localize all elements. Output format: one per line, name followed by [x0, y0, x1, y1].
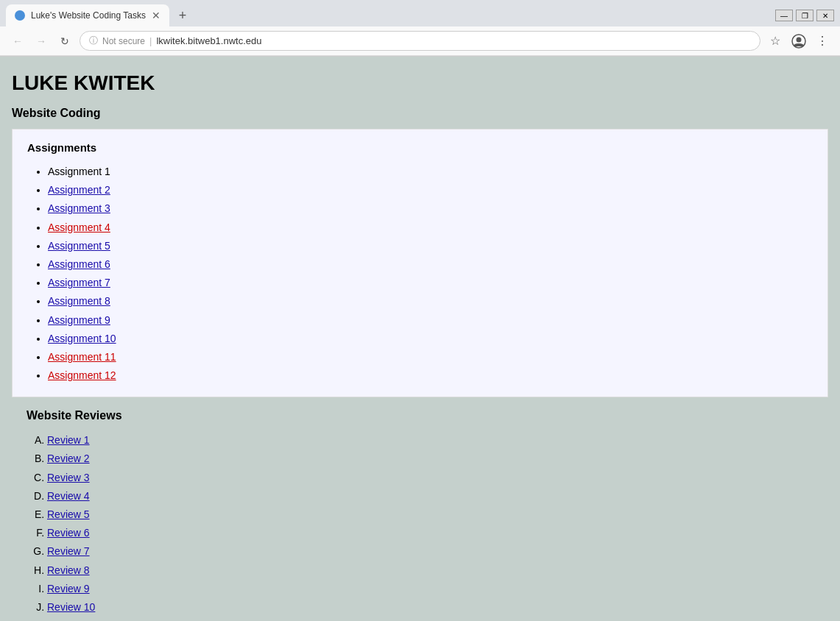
review-10-link[interactable]: Review 10 [47, 601, 95, 613]
assignments-section: Assignments Assignment 1 Assignment 2 As… [12, 129, 828, 397]
back-button[interactable]: ← [9, 32, 27, 50]
review-1-link[interactable]: Review 1 [47, 434, 90, 446]
assignment-6-link[interactable]: Assignment 6 [48, 258, 110, 270]
review-3-link[interactable]: Review 3 [47, 472, 90, 483]
review-9-link[interactable]: Review 9 [47, 583, 90, 595]
review-6-link[interactable]: Review 6 [47, 527, 90, 539]
list-item: Assignment 2 [48, 181, 813, 199]
minimize-button[interactable]: — [775, 10, 793, 21]
assignment-2-link[interactable]: Assignment 2 [48, 184, 110, 196]
assignment-4-link[interactable]: Assignment 4 [48, 221, 110, 233]
reviews-section: Website Reviews Review 1 Review 2 Review… [12, 397, 828, 617]
browser-tab[interactable]: Luke's Website Coding Tasks ✕ [6, 4, 169, 26]
bookmark-button[interactable]: ☆ [766, 32, 784, 50]
tab-favicon [15, 10, 25, 21]
page-subtitle: Website Coding [12, 107, 828, 120]
assignment-10-link[interactable]: Assignment 10 [48, 333, 116, 344]
menu-button[interactable]: ⋮ [813, 32, 831, 50]
forward-button[interactable]: → [32, 32, 50, 50]
browser-chrome: Luke's Website Coding Tasks ✕ + — ❐ ✕ ← … [0, 0, 840, 57]
assignments-list: Assignment 1 Assignment 2 Assignment 3 A… [27, 163, 813, 385]
list-item: Assignment 3 [48, 199, 813, 218]
close-button[interactable]: ✕ [816, 10, 834, 21]
url-bar[interactable]: ⓘ Not secure | lkwitek.bitweb1.nwtc.edu [80, 31, 760, 51]
list-item: Assignment 8 [48, 292, 813, 310]
assignment-5-link[interactable]: Assignment 5 [48, 240, 110, 252]
list-item: Assignment 10 [48, 330, 813, 348]
svg-point-2 [797, 37, 802, 42]
not-secure-label: Not secure [102, 36, 145, 46]
lock-icon: ⓘ [89, 35, 98, 47]
list-item: Review 5 [47, 505, 813, 524]
list-item: Assignment 4 [48, 219, 813, 237]
review-7-link[interactable]: Review 7 [47, 545, 90, 557]
address-bar: ← → ↻ ⓘ Not secure | lkwitek.bitweb1.nwt… [0, 26, 840, 56]
list-item: Review 10 [47, 598, 813, 617]
list-item: Assignment 12 [48, 366, 813, 385]
maximize-button[interactable]: ❐ [796, 10, 813, 21]
list-item: Assignment 6 [48, 255, 813, 274]
assignment-7-link[interactable]: Assignment 7 [48, 277, 110, 288]
assignment-3-link[interactable]: Assignment 3 [48, 202, 110, 214]
list-item: Review 9 [47, 580, 813, 598]
list-item: Assignment 5 [48, 237, 813, 255]
reviews-list: Review 1 Review 2 Review 3 Review 4 Revi… [27, 431, 813, 617]
list-item: Assignment 1 [48, 163, 813, 181]
review-2-link[interactable]: Review 2 [47, 453, 90, 464]
url-separator: | [149, 35, 152, 46]
svg-point-0 [16, 12, 24, 19]
assignment-9-link[interactable]: Assignment 9 [48, 314, 110, 326]
list-item: Review 3 [47, 469, 813, 487]
window-controls: — ❐ ✕ [775, 10, 834, 21]
list-item: Review 8 [47, 561, 813, 580]
list-item: Assignment 7 [48, 274, 813, 292]
list-item: Review 6 [47, 524, 813, 542]
tab-title: Luke's Website Coding Tasks [31, 10, 146, 21]
list-item: Assignment 9 [48, 311, 813, 330]
page-title: LUKE KWITEK [12, 71, 828, 95]
assignment-8-link[interactable]: Assignment 8 [48, 295, 110, 307]
refresh-button[interactable]: ↻ [56, 32, 74, 50]
new-tab-button[interactable]: + [172, 5, 193, 26]
profile-button[interactable] [790, 32, 808, 50]
list-item: Assignment 11 [48, 348, 813, 366]
reviews-heading: Website Reviews [27, 409, 813, 422]
assignment-12-link[interactable]: Assignment 12 [48, 369, 116, 381]
list-item: Review 7 [47, 542, 813, 561]
url-text: lkwitek.bitweb1.nwtc.edu [156, 35, 261, 46]
assignment-11-link[interactable]: Assignment 11 [48, 351, 116, 363]
assignment-1-text: Assignment 1 [48, 166, 110, 177]
title-bar: Luke's Website Coding Tasks ✕ + — ❐ ✕ [0, 0, 840, 26]
list-item: Review 2 [47, 450, 813, 468]
review-8-link[interactable]: Review 8 [47, 564, 90, 576]
review-4-link[interactable]: Review 4 [47, 490, 90, 502]
list-item: Review 1 [47, 431, 813, 450]
tab-close-button[interactable]: ✕ [152, 10, 160, 21]
assignments-heading: Assignments [27, 141, 813, 154]
review-5-link[interactable]: Review 5 [47, 508, 90, 520]
page-content: LUKE KWITEK Website Coding Assignments A… [0, 57, 840, 621]
list-item: Review 4 [47, 487, 813, 505]
